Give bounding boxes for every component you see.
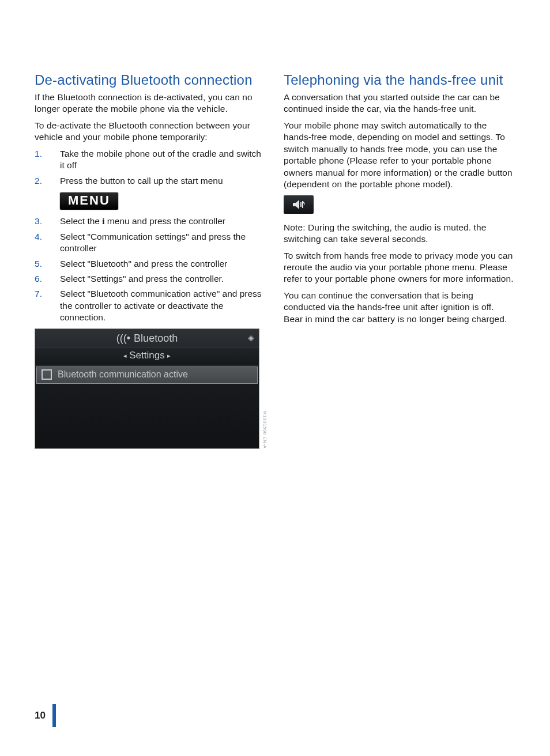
screenshot-panel: (((• Bluetooth ◈ ◂Settings▸ Bluetooth co… <box>35 328 259 449</box>
screenshot-option-row: Bluetooth communication active <box>36 366 258 384</box>
screenshot-sub-text: Settings <box>129 350 164 361</box>
step-1: Take the mobile phone out of the cradle … <box>35 148 266 172</box>
step-text: Take the mobile phone out of the cradle … <box>60 148 266 172</box>
two-column-layout: De-activating Bluetooth connection If th… <box>35 72 515 449</box>
right-column: Telephoning via the hands-free unit A co… <box>284 72 515 449</box>
footer-accent-bar <box>52 704 56 727</box>
step-text: Select "Bluetooth communication active" … <box>60 288 266 323</box>
menu-button-graphic: MENU <box>60 192 118 210</box>
step-4: Select "Communication settings" and pres… <box>35 231 266 255</box>
step-6: Select "Settings" and press the controll… <box>35 273 266 285</box>
speaker-phone-icon <box>291 199 306 210</box>
screenshot-empty-area <box>35 385 259 448</box>
right-paragraph-4: You can continue the conversation that i… <box>284 290 515 325</box>
handsfree-toggle-icon <box>284 195 314 214</box>
step-5: Select "Bluetooth" and press the control… <box>35 258 266 270</box>
right-paragraph-2: Your mobile phone may switch automatical… <box>284 120 515 191</box>
section-heading-left: De-activating Bluetooth connection <box>35 72 266 88</box>
step-text: Select "Bluetooth" and press the control… <box>60 258 266 270</box>
intro-paragraph-2: To de-activate the Bluetooth connection … <box>35 120 266 143</box>
figure-code: M1001598 EN-A <box>262 411 268 449</box>
page-footer: 10 <box>35 704 56 727</box>
arrow-left-icon: ◂ <box>123 352 127 359</box>
steps-list-cont: Select the i menu and press the controll… <box>35 216 266 324</box>
step-7: Select "Bluetooth communication active" … <box>35 288 266 323</box>
right-paragraph-3: To switch from hands free mode to privac… <box>284 250 515 285</box>
left-column: De-activating Bluetooth connection If th… <box>35 72 266 449</box>
checkbox-icon <box>42 369 52 380</box>
steps-list: Take the mobile phone out of the cradle … <box>35 148 266 187</box>
step-text: Select "Communication settings" and pres… <box>60 231 266 255</box>
nav-diamond-icon: ◈ <box>248 333 254 342</box>
step3-pre: Select the <box>60 216 102 226</box>
screenshot-subheader: ◂Settings▸ <box>35 347 259 365</box>
step3-post: menu and press the controller <box>105 216 225 226</box>
step-3: Select the i menu and press the controll… <box>35 216 266 227</box>
step-2: Press the button to call up the start me… <box>35 175 266 187</box>
manual-page: De-activating Bluetooth connection If th… <box>0 0 550 756</box>
step-text: Select the i menu and press the controll… <box>60 216 266 227</box>
right-note: Note: During the switching, the audio is… <box>284 222 515 245</box>
section-heading-right: Telephoning via the hands-free unit <box>284 72 515 88</box>
right-paragraph-1: A conversation that you started outside … <box>284 92 515 115</box>
bluetooth-waves-icon: (((• <box>116 332 130 345</box>
page-number: 10 <box>35 710 46 721</box>
arrow-right-icon: ▸ <box>167 352 171 359</box>
screenshot-header: (((• Bluetooth ◈ <box>35 329 259 347</box>
step-text: Press the button to call up the start me… <box>60 175 266 187</box>
idrive-screenshot: (((• Bluetooth ◈ ◂Settings▸ Bluetooth co… <box>35 328 259 449</box>
screenshot-row-text: Bluetooth communication active <box>58 369 188 380</box>
screenshot-header-text: Bluetooth <box>134 332 178 345</box>
intro-paragraph-1: If the Bluetooth connection is de-activa… <box>35 92 266 115</box>
step-text: Select "Settings" and press the controll… <box>60 273 266 285</box>
